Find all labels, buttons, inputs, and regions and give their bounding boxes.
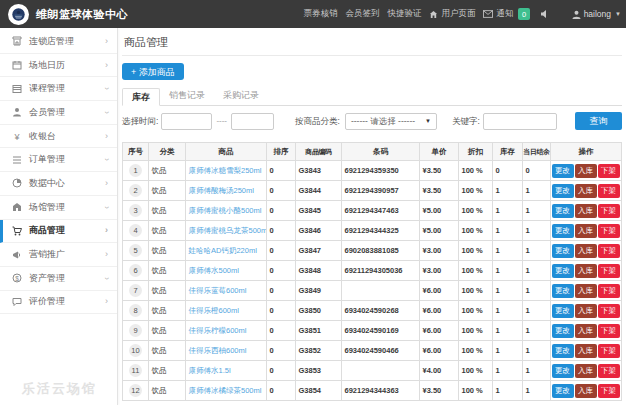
off-shelf-button[interactable]: 下架 bbox=[598, 164, 620, 178]
product-link[interactable]: 康师傅蜜桃小酪500ml bbox=[189, 206, 262, 215]
product-link[interactable]: 佳得乐西柚600ml bbox=[189, 346, 247, 355]
sidebar-item-label: 商品管理 bbox=[29, 224, 65, 237]
sidebar-item-review[interactable]: 评价管理› bbox=[0, 291, 117, 315]
change-button[interactable]: 更改 bbox=[552, 284, 574, 298]
change-button[interactable]: 更改 bbox=[552, 164, 574, 178]
tab-inventory[interactable]: 库存 bbox=[122, 88, 160, 106]
stock-in-button[interactable]: 入库 bbox=[575, 304, 597, 318]
keyword-input[interactable] bbox=[483, 113, 557, 130]
discount: 100 % bbox=[459, 241, 493, 261]
off-shelf-button[interactable]: 下架 bbox=[598, 384, 620, 398]
sidebar-item-label: 订单管理 bbox=[29, 153, 65, 166]
change-button[interactable]: 更改 bbox=[552, 244, 574, 258]
product-link[interactable]: 康师傅酸梅汤250ml bbox=[189, 186, 254, 195]
change-button[interactable]: 更改 bbox=[552, 204, 574, 218]
product-link[interactable]: 康师傅水1.5l bbox=[189, 366, 231, 375]
off-shelf-button[interactable]: 下架 bbox=[598, 304, 620, 318]
add-product-button[interactable]: + 添加商品 bbox=[122, 63, 184, 80]
sidebar-item-asset[interactable]: $资产管理› bbox=[0, 267, 117, 291]
stock-in-button[interactable]: 入库 bbox=[575, 164, 597, 178]
row-actions: 更改入库下架 bbox=[551, 221, 622, 241]
sort: 0 bbox=[267, 221, 296, 241]
sidebar-item-cashier[interactable]: ¥收银台› bbox=[0, 125, 117, 149]
off-shelf-button[interactable]: 下架 bbox=[598, 344, 620, 358]
column-header: 分类 bbox=[149, 143, 186, 161]
menu-ticket-verify[interactable]: 票券核销 bbox=[299, 8, 341, 20]
menu-quick-verify[interactable]: 快捷验证 bbox=[383, 8, 425, 20]
tab-purchase-record[interactable]: 采购记录 bbox=[214, 87, 268, 105]
off-shelf-button[interactable]: 下架 bbox=[598, 224, 620, 238]
search-button[interactable]: 查询 bbox=[575, 112, 622, 130]
tab-sales-record[interactable]: 销售记录 bbox=[160, 87, 214, 105]
stock-in-button[interactable]: 入库 bbox=[575, 284, 597, 298]
category: 饮品 bbox=[149, 241, 186, 261]
stock-in-button[interactable]: 入库 bbox=[575, 344, 597, 358]
off-shelf-button[interactable]: 下架 bbox=[598, 204, 620, 218]
stock-in-button[interactable]: 入库 bbox=[575, 224, 597, 238]
off-shelf-button[interactable]: 下架 bbox=[598, 364, 620, 378]
off-shelf-button[interactable]: 下架 bbox=[598, 244, 620, 258]
stock-in-button[interactable]: 入库 bbox=[575, 244, 597, 258]
product-link[interactable]: 康师傅冰橘绿茶500ml bbox=[189, 386, 262, 395]
stock-in-button[interactable]: 入库 bbox=[575, 204, 597, 218]
off-shelf-button[interactable]: 下架 bbox=[598, 324, 620, 338]
sidebar-item-store[interactable]: 连锁店管理› bbox=[0, 30, 117, 54]
off-shelf-button[interactable]: 下架 bbox=[598, 184, 620, 198]
product-code: G3844 bbox=[296, 181, 342, 201]
table-row: 6饮品康师傅水500ml0G384869211294305036¥3.00100… bbox=[123, 261, 622, 281]
product-name: 康师傅酸梅汤250ml bbox=[186, 181, 267, 201]
stock-in-button[interactable]: 入库 bbox=[575, 364, 597, 378]
product-link[interactable]: 娃哈哈AD钙奶220ml bbox=[189, 246, 257, 255]
change-button[interactable]: 更改 bbox=[552, 324, 574, 338]
day-balance: 0 bbox=[523, 161, 551, 181]
speaker-icon[interactable] bbox=[534, 9, 556, 19]
product-link[interactable]: 康师傅水500ml bbox=[189, 266, 239, 275]
category-select[interactable]: ------ 请选择 ------▼ bbox=[345, 113, 437, 130]
menu-notifications[interactable]: 通知 0 bbox=[479, 8, 533, 20]
change-button[interactable]: 更改 bbox=[552, 364, 574, 378]
menu-member-checkin[interactable]: 会员签到 bbox=[341, 8, 383, 20]
sidebar-item-member[interactable]: 会员管理› bbox=[0, 101, 117, 125]
change-button[interactable]: 更改 bbox=[552, 224, 574, 238]
change-button[interactable]: 更改 bbox=[552, 304, 574, 318]
time-from-input[interactable] bbox=[161, 113, 212, 130]
category: 饮品 bbox=[149, 161, 186, 181]
stock-in-button[interactable]: 入库 bbox=[575, 264, 597, 278]
barcode: 6921294359350 bbox=[342, 161, 420, 181]
sidebar-item-venue[interactable]: 场馆管理› bbox=[0, 196, 117, 220]
change-button[interactable]: 更改 bbox=[552, 184, 574, 198]
category-label: 按商品分类: bbox=[295, 116, 340, 126]
product-link[interactable]: 佳得乐蓝莓600ml bbox=[189, 286, 247, 295]
product-link[interactable]: 佳得乐橙600ml bbox=[189, 306, 239, 315]
stock-in-button[interactable]: 入库 bbox=[575, 324, 597, 338]
change-button[interactable]: 更改 bbox=[552, 384, 574, 398]
sidebar-item-goods[interactable]: 商品管理› bbox=[0, 220, 117, 244]
discount: 100 % bbox=[459, 281, 493, 301]
unit-price: ¥6.00 bbox=[420, 281, 459, 301]
product-name: 康师傅蜜桃小酪500ml bbox=[186, 201, 267, 221]
stock-in-button[interactable]: 入库 bbox=[575, 184, 597, 198]
product-link[interactable]: 康师傅冰糖雪梨250ml bbox=[189, 166, 262, 175]
change-button[interactable]: 更改 bbox=[552, 264, 574, 278]
day-balance: 1 bbox=[523, 181, 551, 201]
time-to-input[interactable] bbox=[231, 113, 274, 130]
sidebar-item-order[interactable]: 订单管理› bbox=[0, 148, 117, 172]
menu-user-page[interactable]: 用户页面 bbox=[425, 8, 479, 20]
row-number: 8 bbox=[123, 301, 149, 321]
sidebar-item-marketing[interactable]: 营销推广› bbox=[0, 243, 117, 267]
product-link[interactable]: 康师傅蜜桃乌龙茶500ml bbox=[189, 226, 267, 235]
column-header: 折扣 bbox=[459, 143, 493, 161]
sidebar-item-calendar[interactable]: 场地日历› bbox=[0, 54, 117, 78]
sort: 0 bbox=[267, 161, 296, 181]
table-row: 7饮品佳得乐蓝莓600ml0G3849¥6.00100 %11更改入库下架 bbox=[123, 281, 622, 301]
change-button[interactable]: 更改 bbox=[552, 344, 574, 358]
off-shelf-button[interactable]: 下架 bbox=[598, 284, 620, 298]
product-link[interactable]: 佳得乐柠檬600ml bbox=[189, 326, 247, 335]
stock-in-button[interactable]: 入库 bbox=[575, 384, 597, 398]
user-menu[interactable]: hailong▼ bbox=[556, 9, 626, 19]
barcode: 6921294344325 bbox=[342, 221, 420, 241]
sidebar-item-data[interactable]: 数据中心› bbox=[0, 172, 117, 196]
off-shelf-button[interactable]: 下架 bbox=[598, 264, 620, 278]
column-header: 单价 bbox=[420, 143, 459, 161]
sidebar-item-course[interactable]: 课程管理› bbox=[0, 77, 117, 101]
